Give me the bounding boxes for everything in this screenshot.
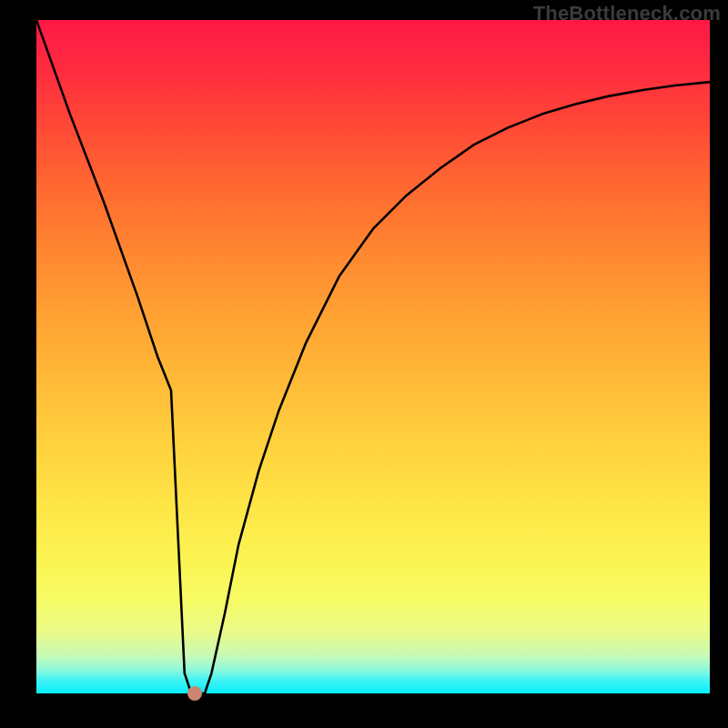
curve-svg bbox=[36, 20, 710, 693]
bottleneck-curve-path bbox=[36, 20, 710, 693]
watermark-text: TheBottleneck.com bbox=[533, 2, 721, 25]
chart-frame: TheBottleneck.com bbox=[0, 0, 728, 728]
optimal-point-marker bbox=[187, 686, 202, 701]
plot-area bbox=[36, 20, 710, 693]
